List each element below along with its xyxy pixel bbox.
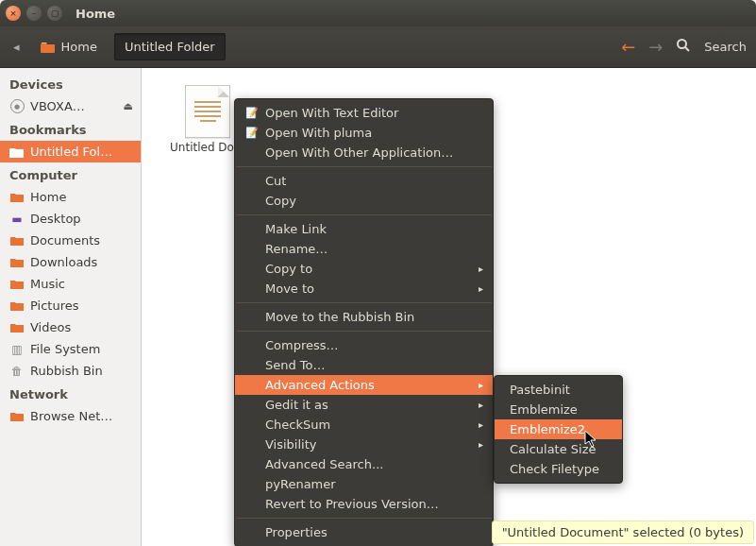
nav-forward-icon[interactable]: → <box>648 37 663 57</box>
sidebar-heading-network: Network <box>0 382 141 405</box>
menu-separator <box>236 518 492 519</box>
svg-line-1 <box>685 47 689 51</box>
folder-icon <box>9 145 25 159</box>
disc-icon: ● <box>9 100 25 113</box>
menu-send-to[interactable]: Send To… <box>235 355 493 375</box>
sidebar: Devices ● VBOXA… ⏏ Bookmarks Untitled Fo… <box>0 68 142 546</box>
drive-icon: ▥ <box>9 343 25 356</box>
breadcrumb-home[interactable]: Home <box>31 34 107 60</box>
menu-open-text-editor[interactable]: 📝Open With Text Editor <box>235 103 493 123</box>
sidebar-item-label: VBOXA… <box>30 99 118 113</box>
folder-icon <box>9 321 25 334</box>
folder-icon <box>9 278 25 291</box>
submenu-arrow-icon: ▸ <box>479 283 483 294</box>
menu-open-pluma[interactable]: 📝Open With pluma <box>235 123 493 143</box>
search-label[interactable]: Search <box>704 40 747 54</box>
sidebar-item-filesystem[interactable]: ▥ File System <box>0 338 141 360</box>
window-titlebar: × – ▢ Home <box>0 0 756 26</box>
menu-properties[interactable]: Properties <box>235 522 493 542</box>
window-minimize-button[interactable]: – <box>26 6 42 21</box>
menu-pyrenamer[interactable]: pyRenamer <box>235 474 493 494</box>
home-folder-icon <box>9 191 25 204</box>
sidebar-item-label: Downloads <box>30 255 133 269</box>
submenu-check-filetype[interactable]: Check Filetype <box>495 459 622 479</box>
home-folder-icon <box>41 41 56 53</box>
menu-rename[interactable]: Rename… <box>235 239 493 259</box>
trash-icon: 🗑 <box>9 365 25 378</box>
sidebar-item-trash[interactable]: 🗑 Rubbish Bin <box>0 360 141 382</box>
menu-checksum[interactable]: CheckSum▸ <box>235 415 493 435</box>
sidebar-item-music[interactable]: Music <box>0 273 141 295</box>
eject-icon[interactable]: ⏏ <box>124 100 133 112</box>
sidebar-item-device[interactable]: ● VBOXA… ⏏ <box>0 95 141 117</box>
text-editor-icon: 📝 <box>244 107 260 119</box>
breadcrumb-home-label: Home <box>61 40 97 54</box>
window-close-button[interactable]: × <box>6 6 21 21</box>
sidebar-item-downloads[interactable]: Downloads <box>0 251 141 273</box>
document-icon <box>185 85 230 138</box>
menu-cut[interactable]: Cut <box>235 171 493 191</box>
submenu-calculate-size[interactable]: Calculate Size <box>495 439 622 459</box>
sidebar-item-bookmark[interactable]: Untitled Fol… <box>0 141 141 162</box>
sidebar-heading-computer: Computer <box>0 162 141 186</box>
search-icon[interactable] <box>676 38 691 57</box>
sidebar-item-label: Home <box>30 190 133 204</box>
folder-icon <box>9 299 25 313</box>
sidebar-item-label: Documents <box>30 233 133 247</box>
menu-compress[interactable]: Compress… <box>235 335 493 355</box>
menu-copy-to[interactable]: Copy to▸ <box>235 259 493 279</box>
folder-icon <box>9 256 25 269</box>
menu-separator <box>236 331 492 332</box>
menu-make-link[interactable]: Make Link <box>235 219 493 239</box>
nav-back-icon[interactable]: ← <box>621 37 635 57</box>
menu-revert[interactable]: Revert to Previous Version… <box>235 494 493 514</box>
breadcrumb-chevron-left-icon[interactable]: ◂ <box>9 38 24 56</box>
sidebar-item-label: Videos <box>30 320 133 334</box>
sidebar-item-label: Untitled Fol… <box>30 145 133 159</box>
sidebar-item-label: Rubbish Bin <box>30 364 133 378</box>
menu-separator <box>236 302 492 303</box>
window-maximize-button[interactable]: ▢ <box>47 6 62 21</box>
submenu-arrow-icon: ▸ <box>479 380 483 390</box>
sidebar-item-videos[interactable]: Videos <box>0 316 141 338</box>
pluma-icon: 📝 <box>244 127 260 139</box>
sidebar-heading-bookmarks: Bookmarks <box>0 117 141 141</box>
sidebar-item-label: Music <box>30 277 133 291</box>
context-submenu-advanced-actions: Pastebinit Emblemize Emblemize2 Calculat… <box>494 375 623 484</box>
menu-move-to[interactable]: Move to▸ <box>235 279 493 299</box>
breadcrumb-current[interactable]: Untitled Folder <box>114 33 226 60</box>
menu-visibility[interactable]: Visibility▸ <box>235 435 493 454</box>
sidebar-item-documents[interactable]: Documents <box>0 230 141 251</box>
submenu-arrow-icon: ▸ <box>479 419 483 430</box>
menu-rubbish-bin[interactable]: Move to the Rubbish Bin <box>235 307 493 327</box>
menu-advanced-search[interactable]: Advanced Search... <box>235 454 493 474</box>
context-menu: 📝Open With Text Editor 📝Open With pluma … <box>234 98 494 546</box>
submenu-emblemize[interactable]: Emblemize <box>495 400 622 419</box>
submenu-pastebinit[interactable]: Pastebinit <box>495 380 622 400</box>
menu-gedit-as[interactable]: Gedit it as▸ <box>235 395 493 415</box>
window-title: Home <box>76 7 115 21</box>
desktop-icon: ▬ <box>9 213 25 226</box>
menu-copy[interactable]: Copy <box>235 191 493 211</box>
sidebar-item-label: File System <box>30 342 133 356</box>
sidebar-heading-devices: Devices <box>0 72 141 95</box>
menu-advanced-actions[interactable]: Advanced Actions▸ <box>235 375 493 395</box>
sidebar-item-desktop[interactable]: ▬ Desktop <box>0 208 141 230</box>
network-folder-icon <box>9 410 25 423</box>
status-text: "Untitled Document" selected (0 bytes) <box>502 525 744 539</box>
svg-point-0 <box>678 40 686 48</box>
folder-icon <box>9 234 25 247</box>
sidebar-item-label: Desktop <box>30 212 133 226</box>
sidebar-item-browse-network[interactable]: Browse Net… <box>0 405 141 427</box>
submenu-emblemize2[interactable]: Emblemize2 <box>495 419 622 439</box>
status-bar: "Untitled Document" selected (0 bytes) <box>492 520 754 544</box>
submenu-arrow-icon: ▸ <box>479 264 483 274</box>
sidebar-item-home[interactable]: Home <box>0 186 141 208</box>
menu-open-other[interactable]: Open With Other Application… <box>235 143 493 162</box>
sidebar-item-pictures[interactable]: Pictures <box>0 295 141 316</box>
submenu-arrow-icon: ▸ <box>479 400 483 410</box>
window-controls: × – ▢ <box>6 6 62 21</box>
menu-separator <box>236 166 492 167</box>
submenu-arrow-icon: ▸ <box>479 439 483 450</box>
sidebar-item-label: Pictures <box>30 299 133 313</box>
